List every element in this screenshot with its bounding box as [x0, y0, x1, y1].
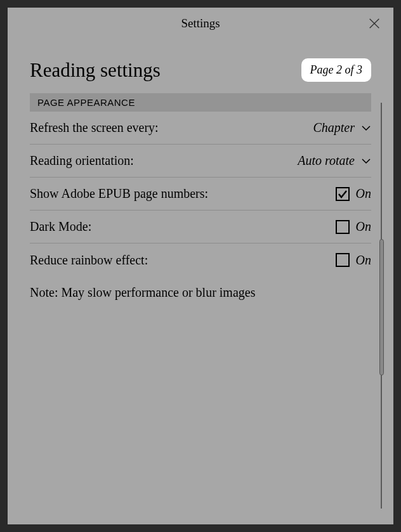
- setting-rainbow[interactable]: Reduce rainbow effect: On: [30, 243, 371, 276]
- chevron-down-icon: [361, 123, 371, 133]
- page-title: Reading settings: [30, 59, 161, 82]
- value-text: Chapter: [313, 120, 355, 135]
- value-text: On: [356, 253, 371, 268]
- checkbox[interactable]: [336, 253, 350, 267]
- setting-refresh[interactable]: Refresh the screen every: Chapter: [30, 112, 371, 145]
- header: Settings: [8, 8, 393, 39]
- checkbox[interactable]: [336, 187, 350, 201]
- setting-dark-mode[interactable]: Dark Mode: On: [30, 211, 371, 243]
- setting-value: On: [336, 253, 371, 268]
- section-header: PAGE APPEARANCE: [30, 93, 371, 112]
- setting-label: Refresh the screen every:: [30, 120, 159, 135]
- setting-adobe-epub[interactable]: Show Adobe EPUB page numbers: On: [30, 178, 371, 211]
- setting-value: Auto rotate: [298, 153, 371, 168]
- value-text: On: [356, 219, 371, 234]
- setting-value: On: [336, 186, 371, 201]
- close-icon: [367, 16, 381, 30]
- note-text: Note: May slow performance or blur image…: [30, 276, 371, 309]
- settings-list: Refresh the screen every: Chapter Readin…: [30, 112, 371, 309]
- setting-label: Show Adobe EPUB page numbers:: [30, 186, 208, 201]
- chevron-down-icon: [361, 156, 371, 166]
- setting-orientation[interactable]: Reading orientation: Auto rotate: [30, 145, 371, 178]
- setting-label: Dark Mode:: [30, 219, 91, 234]
- value-text: On: [356, 186, 371, 201]
- scrollbar-thumb[interactable]: [379, 239, 384, 375]
- header-title: Settings: [181, 16, 220, 30]
- title-row: Reading settings Page 2 of 3: [30, 58, 371, 82]
- checkbox[interactable]: [336, 220, 350, 234]
- value-text: Auto rotate: [298, 153, 355, 168]
- close-button[interactable]: [367, 16, 382, 31]
- checkmark-icon: [338, 189, 348, 199]
- setting-label: Reading orientation:: [30, 153, 134, 168]
- setting-value: On: [336, 219, 371, 234]
- page-indicator-badge: Page 2 of 3: [301, 58, 372, 82]
- setting-value: Chapter: [313, 120, 371, 135]
- setting-label: Reduce rainbow effect:: [30, 253, 148, 268]
